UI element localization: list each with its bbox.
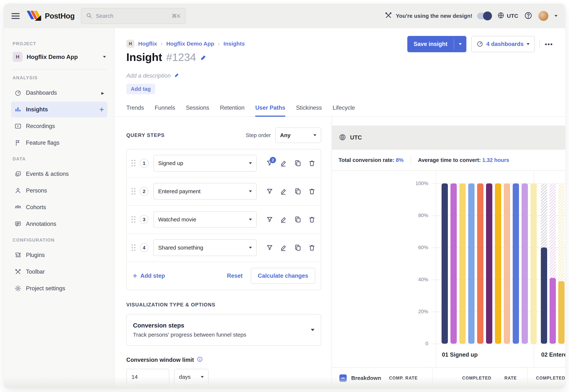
new-design-label: You're using the new design! <box>396 13 472 19</box>
window-unit-value: days <box>179 374 197 380</box>
breadcrumb-link[interactable]: Hogflix <box>138 41 157 47</box>
posthog-logo[interactable]: PostHog <box>28 10 75 22</box>
tab-trends[interactable]: Trends <box>126 104 144 117</box>
sidebar-item-label: Insights <box>26 106 95 113</box>
edit-icon[interactable] <box>280 187 288 196</box>
save-options-caret[interactable] <box>454 36 466 52</box>
visualization-type-select[interactable]: Conversion steps Track persons' progress… <box>126 314 321 346</box>
step-event-select[interactable]: Watched movie <box>153 211 257 228</box>
copy-icon[interactable] <box>294 159 302 167</box>
sidebar-item-label: Project settings <box>26 285 104 292</box>
annotations-icon <box>14 221 21 227</box>
step-order-select[interactable]: Any <box>275 127 321 143</box>
sidebar-item-plugins[interactable]: Plugins <box>11 247 107 263</box>
avg-time-value: 1.32 hours <box>482 157 509 163</box>
help-icon[interactable] <box>524 12 532 20</box>
step-order-value: Any <box>280 132 310 138</box>
project-switcher[interactable]: H Hogflix Demo App <box>11 51 107 63</box>
drag-handle-icon[interactable] <box>132 188 136 195</box>
funnel-icon[interactable] <box>266 187 274 196</box>
conversion-window-value-input[interactable]: 14 <box>126 369 169 385</box>
add-step-button[interactable]: Add step <box>132 273 165 279</box>
trash-icon[interactable] <box>308 159 316 167</box>
trash-icon[interactable] <box>308 187 316 196</box>
timezone-button[interactable]: UTC <box>497 12 518 20</box>
edit-icon[interactable] <box>280 244 288 252</box>
edit-icon[interactable] <box>280 159 288 167</box>
funnel-completed-bar <box>541 248 547 344</box>
query-step-row: 3Watched movie <box>127 206 321 234</box>
timezone-bar: UTC <box>332 126 565 150</box>
step-event-select[interactable]: Entered payment <box>153 183 257 200</box>
conversion-window-unit-select[interactable]: days <box>174 369 208 385</box>
copy-icon[interactable] <box>294 215 302 224</box>
tab-lifecycle[interactable]: Lifecycle <box>333 104 355 117</box>
step-event-select[interactable]: Signed up <box>153 155 257 171</box>
viz-type-title: Conversion steps <box>133 322 246 329</box>
trash-icon[interactable] <box>308 215 316 224</box>
tab-funnels[interactable]: Funnels <box>155 104 175 117</box>
y-axis-label: 0 <box>408 341 428 347</box>
sidebar-item-cohorts[interactable]: Cohorts <box>11 199 107 215</box>
breadcrumb-link[interactable]: Insights <box>223 41 245 47</box>
sidebar-item-recordings[interactable]: Recordings <box>11 118 107 134</box>
new-insight-plus-icon[interactable]: + <box>99 105 104 113</box>
edit-icon[interactable] <box>280 215 288 224</box>
sidebar-item-persons[interactable]: Persons <box>11 183 107 199</box>
tab-user-paths[interactable]: User Paths <box>255 104 285 117</box>
query-step-row: 1Signed up2 <box>127 149 321 178</box>
reset-button[interactable]: Reset <box>227 273 242 279</box>
info-icon[interactable] <box>197 356 203 364</box>
trash-icon[interactable] <box>308 244 316 252</box>
funnel-completed-bar <box>495 183 501 344</box>
funnel-icon[interactable]: 2 <box>266 159 274 167</box>
more-options-button[interactable]: ••• <box>545 41 553 48</box>
step-number: 1 <box>140 159 149 168</box>
calculate-changes-button[interactable]: Calculate changes <box>251 268 315 284</box>
sidebar-item-label: Persons <box>26 187 104 194</box>
copy-icon[interactable] <box>294 187 302 196</box>
dashboards-button[interactable]: 4 dashboards <box>471 36 535 52</box>
new-design-toggle[interactable] <box>477 13 491 19</box>
sidebar-item-events-actions[interactable]: AEvents & actions <box>11 166 107 182</box>
sidebar-item-insights[interactable]: Insights+ <box>11 101 107 117</box>
step-event-select[interactable]: Shared something <box>153 239 257 256</box>
sidebar-item-dashboards[interactable]: Dashboards▸ <box>11 85 107 101</box>
select-caret-icon <box>311 329 315 331</box>
select-caret-icon <box>249 219 252 221</box>
breadcrumb: H Hogflix › Hogflix Demo App › Insights <box>126 40 245 48</box>
step-event-value: Shared something <box>158 245 246 251</box>
funnel-icon[interactable] <box>266 215 274 224</box>
drag-handle-icon[interactable] <box>132 216 136 223</box>
chevron-right-icon: ▸ <box>101 90 104 96</box>
drag-handle-icon[interactable] <box>132 244 136 251</box>
menu-icon[interactable] <box>12 13 20 19</box>
breakdown-checkbox[interactable] <box>339 374 347 382</box>
sidebar-item-label: Cohorts <box>26 204 104 211</box>
user-avatar[interactable] <box>538 11 549 21</box>
sidebar: PROJECT H Hogflix Demo App ANALYSISDashb… <box>4 28 114 388</box>
insight-header: H Hogflix › Hogflix Demo App › Insights … <box>115 28 565 117</box>
breadcrumb-link[interactable]: Hogflix Demo App <box>166 41 214 47</box>
search-input[interactable]: Search ⌘K <box>81 8 186 24</box>
save-insight-button[interactable]: Save insight <box>407 36 466 52</box>
edit-title-icon[interactable] <box>200 54 207 62</box>
description-placeholder[interactable]: Add a description <box>126 72 171 79</box>
sidebar-item-project-settings[interactable]: Project settings <box>11 280 107 296</box>
sidebar-item-feature-flags[interactable]: Feature flags <box>11 135 107 151</box>
app-window: PostHog Search ⌘K You're using the new d… <box>4 4 565 388</box>
query-step-row: 4Shared something <box>127 234 321 262</box>
tab-sessions[interactable]: Sessions <box>186 104 209 117</box>
sidebar-item-toolbar[interactable]: Toolbar <box>11 264 107 280</box>
edit-description-icon[interactable] <box>174 72 180 79</box>
add-tag-button[interactable]: Add tag <box>126 84 155 94</box>
funnel-icon[interactable] <box>266 244 274 252</box>
copy-icon[interactable] <box>294 244 302 252</box>
sidebar-item-annotations[interactable]: Annotations <box>11 216 107 232</box>
drag-handle-icon[interactable] <box>132 160 136 167</box>
search-shortcut: ⌘K <box>172 13 181 19</box>
user-menu-caret-icon[interactable] <box>555 15 557 17</box>
sidebar-item-label: Recordings <box>26 123 104 129</box>
tab-retention[interactable]: Retention <box>220 104 245 117</box>
tab-stickiness[interactable]: Stickiness <box>296 104 322 117</box>
